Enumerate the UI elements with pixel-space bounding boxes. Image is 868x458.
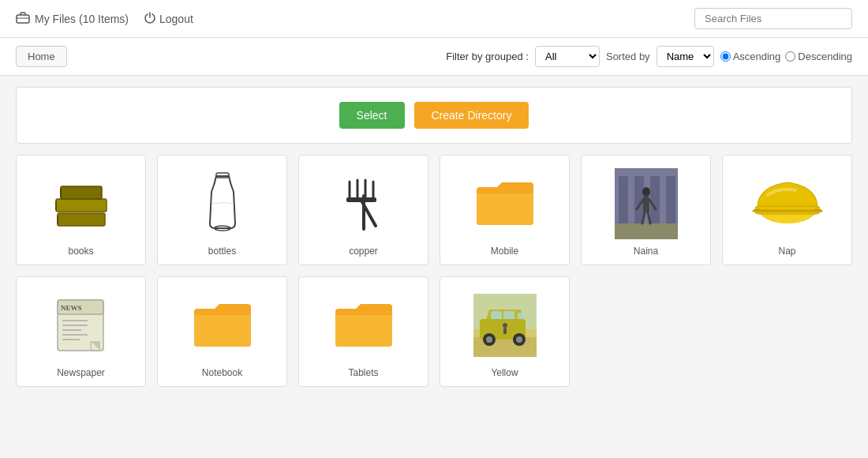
file-name-Yellow: Yellow [491,367,518,378]
svg-rect-0 [17,15,29,23]
file-name-Naina: Naina [634,246,658,257]
svg-rect-45 [491,311,502,319]
action-bar: Select Create Directory [16,87,852,144]
file-name-Tablets: Tablets [348,367,378,378]
logout-label: Logout [159,13,193,25]
power-icon [144,12,155,25]
svg-text:NEWS: NEWS [61,304,82,312]
file-icon-books [50,168,113,239]
file-icon-Tablets [332,290,395,361]
file-icon-Newspaper: NEWS [50,290,113,361]
file-item-Naina[interactable]: Naina [581,155,711,265]
svg-point-49 [486,336,492,343]
ascending-radio[interactable] [720,51,731,62]
sort-order-group: Ascending Descending [720,51,852,62]
svg-rect-43 [473,337,537,357]
filter-select[interactable]: AllFilesFolders [535,46,600,67]
create-directory-button[interactable]: Create Directory [414,102,529,129]
svg-point-51 [516,336,522,343]
header-left: My Files (10 Items) Logout [16,11,193,26]
file-name-bottles: bottles [208,246,236,257]
file-name-books: books [68,246,93,257]
logout-button[interactable]: Logout [144,12,193,25]
files-container: books bottles copper Mobile [0,155,868,403]
file-icon-Notebook [191,290,254,361]
search-input[interactable] [694,8,852,29]
file-icon-bottles [191,168,254,239]
descending-radio[interactable] [785,51,795,62]
file-icon-Mobile [473,168,537,239]
ascending-radio-label[interactable]: Ascending [720,51,781,62]
svg-point-24 [642,187,650,197]
header: My Files (10 Items) Logout [0,0,868,38]
ascending-label: Ascending [733,51,781,62]
file-item-bottles[interactable]: bottles [157,155,287,265]
file-name-Notebook: Notebook [202,367,242,378]
descending-radio-label[interactable]: Descending [785,51,852,62]
file-item-Notebook[interactable]: Notebook [157,276,287,387]
files-grid: books bottles copper Mobile [16,155,852,387]
file-name-copper: copper [349,246,378,257]
file-name-Mobile: Mobile [491,246,518,257]
file-item-copper[interactable]: copper [298,155,428,265]
search-area [694,8,852,29]
descending-label: Descending [798,51,852,62]
file-name-Nap: Nap [778,246,795,257]
file-item-Nap[interactable]: Nap [722,155,852,265]
file-icon-Naina [615,168,678,239]
brand-text: My Files (10 Items) [35,13,129,25]
filter-label: Filter by grouped : [446,51,529,62]
file-icon-Nap [756,168,819,239]
file-icon-Yellow [473,290,537,361]
svg-rect-3 [56,199,107,212]
briefcase-icon [16,11,30,26]
svg-rect-23 [615,223,678,239]
file-item-Mobile[interactable]: Mobile [440,155,570,265]
home-button[interactable]: Home [16,46,67,67]
file-icon-copper [332,168,395,239]
file-item-Yellow[interactable]: Yellow [440,276,570,387]
svg-rect-47 [518,313,524,319]
svg-rect-46 [503,311,514,319]
file-name-Newspaper: Newspaper [57,367,105,378]
svg-point-52 [503,323,507,328]
file-item-Tablets[interactable]: Tablets [298,276,428,387]
header-brand: My Files (10 Items) [16,11,129,26]
toolbar: Home Filter by grouped : AllFilesFolders… [0,38,868,76]
file-item-Newspaper[interactable]: NEWS Newspaper [16,276,146,387]
svg-rect-53 [503,328,507,334]
sort-select[interactable]: NameDateSize [657,46,714,67]
filter-area: Filter by grouped : AllFilesFolders Sort… [446,46,852,67]
file-item-books[interactable]: books [16,155,146,265]
svg-rect-2 [58,213,105,226]
sort-label: Sorted by [606,51,650,62]
svg-rect-25 [643,197,649,212]
select-button[interactable]: Select [339,102,405,129]
svg-rect-4 [61,186,102,199]
